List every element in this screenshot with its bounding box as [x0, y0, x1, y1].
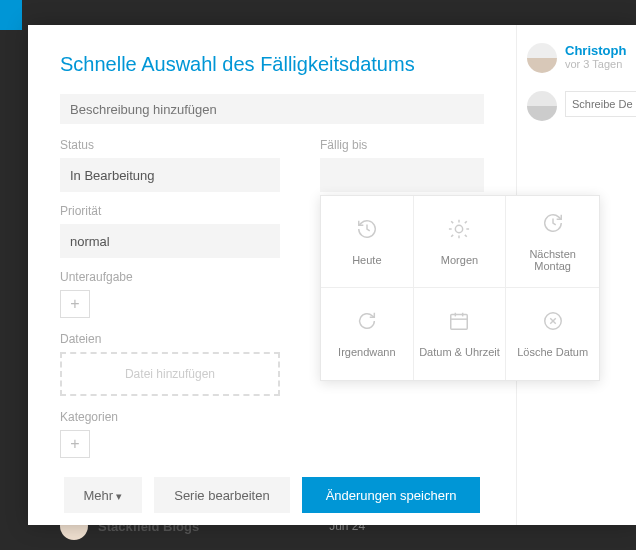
svg-rect-9 — [451, 315, 468, 330]
date-option-label: Nächsten Montag — [510, 248, 595, 272]
categories-label: Kategorien — [60, 410, 280, 424]
clock-forward-icon — [542, 212, 564, 238]
priority-select[interactable] — [60, 224, 280, 258]
svg-line-6 — [452, 234, 454, 236]
status-label: Status — [60, 138, 280, 152]
priority-label: Priorität — [60, 204, 280, 218]
due-date-input[interactable] — [320, 158, 484, 192]
modal-title: Schnelle Auswahl des Fälligkeitsdatums — [60, 53, 484, 76]
description-input[interactable] — [60, 94, 484, 124]
edit-series-button[interactable]: Serie bearbeiten — [154, 477, 289, 513]
date-option-clear[interactable]: Lösche Datum — [506, 288, 599, 380]
files-label: Dateien — [60, 332, 280, 346]
avatar — [527, 91, 557, 121]
more-button[interactable]: Mehr — [64, 477, 143, 513]
calendar-icon — [448, 310, 470, 336]
save-button[interactable]: Änderungen speichern — [302, 477, 481, 513]
avatar — [527, 43, 557, 73]
svg-line-8 — [452, 221, 454, 223]
date-option-tomorrow[interactable]: Morgen — [414, 196, 507, 288]
comment-meta: vor 3 Tagen — [565, 58, 626, 70]
sun-icon — [448, 218, 470, 244]
date-option-label: Irgendwann — [338, 346, 396, 358]
date-quick-select: Heute Morgen Nächsten Montag Irgendwann … — [320, 195, 600, 381]
subtask-label: Unteraufgabe — [60, 270, 280, 284]
close-circle-icon — [542, 310, 564, 336]
history-icon — [356, 218, 378, 244]
date-option-label: Datum & Uhrzeit — [419, 346, 500, 358]
date-option-today[interactable]: Heute — [321, 196, 414, 288]
date-option-label: Lösche Datum — [517, 346, 588, 358]
date-option-label: Morgen — [441, 254, 478, 266]
add-category-button[interactable]: + — [60, 430, 90, 458]
add-subtask-button[interactable]: + — [60, 290, 90, 318]
modal-footer: Mehr Serie bearbeiten Änderungen speiche… — [28, 477, 516, 513]
date-option-datetime[interactable]: Datum & Uhrzeit — [414, 288, 507, 380]
svg-point-0 — [456, 225, 463, 232]
date-option-next-monday[interactable]: Nächsten Montag — [506, 196, 599, 288]
due-label: Fällig bis — [320, 138, 484, 152]
file-dropzone-label: Datei hinzufügen — [125, 367, 215, 381]
commenter-name: Christoph — [565, 43, 626, 58]
file-dropzone[interactable]: Datei hinzufügen — [60, 352, 280, 396]
svg-line-7 — [465, 234, 467, 236]
refresh-icon — [356, 310, 378, 336]
status-select[interactable] — [60, 158, 280, 192]
svg-line-5 — [465, 221, 467, 223]
comment-input[interactable] — [565, 91, 636, 117]
date-option-sometime[interactable]: Irgendwann — [321, 288, 414, 380]
date-option-label: Heute — [352, 254, 381, 266]
